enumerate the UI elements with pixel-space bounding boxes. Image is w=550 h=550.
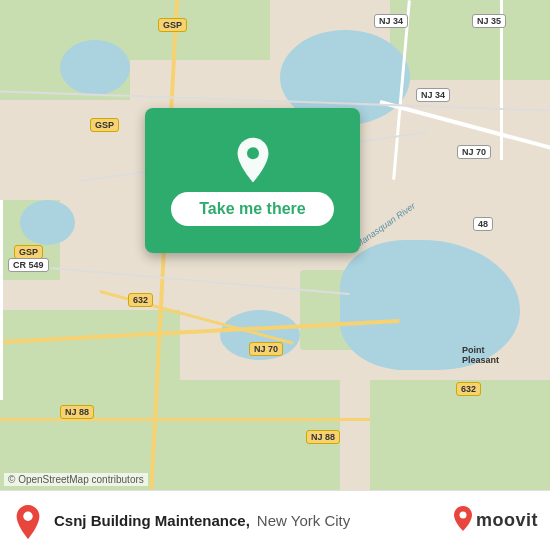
road-label-nj88-left: NJ 88	[60, 405, 94, 419]
green-area	[390, 0, 550, 80]
road-label-632-left: 632	[128, 293, 153, 307]
svg-point-0	[247, 147, 259, 159]
svg-point-1	[23, 511, 32, 520]
point-pleasant-label: PointPleasant	[462, 345, 499, 365]
bottom-text: Csnj Building Maintenance, New York City	[54, 512, 442, 529]
place-name-text: Csnj Building Maintenance,	[54, 512, 250, 529]
moovit-pin-icon	[452, 505, 474, 536]
road-label-cr549: CR 549	[8, 258, 49, 272]
water-body	[60, 40, 130, 95]
road-label-nj34-top: NJ 34	[374, 14, 408, 28]
road-label-gsp-mid: GSP	[90, 118, 119, 132]
take-me-there-button[interactable]: Take me there	[171, 192, 333, 226]
road-label-632-right: 632	[456, 382, 481, 396]
road-label-nj34-mid: NJ 34	[416, 88, 450, 102]
road-label-48: 48	[473, 217, 493, 231]
road-label-gsp-low: GSP	[14, 245, 43, 259]
road	[0, 200, 3, 400]
app: Manasquan River PointPleasant GSP GSP GS…	[0, 0, 550, 550]
moovit-text: moovit	[476, 510, 538, 531]
green-area	[370, 380, 550, 490]
road-label-nj35: NJ 35	[472, 14, 506, 28]
map-container[interactable]: Manasquan River PointPleasant GSP GSP GS…	[0, 0, 550, 490]
location-pin-icon	[229, 136, 277, 184]
svg-point-2	[459, 512, 466, 519]
road-label-nj70-low: NJ 70	[249, 342, 283, 356]
place-city-text: New York City	[257, 512, 350, 529]
map-card-overlay: Take me there	[145, 108, 360, 253]
place-name: Csnj Building Maintenance, New York City	[54, 512, 442, 529]
bottom-location-icon	[12, 503, 44, 539]
green-area	[130, 0, 270, 60]
bottom-bar: Csnj Building Maintenance, New York City…	[0, 490, 550, 550]
water-body	[20, 200, 75, 245]
road-label-nj88-right: NJ 88	[306, 430, 340, 444]
road-label-nj70-right: NJ 70	[457, 145, 491, 159]
road	[0, 418, 370, 421]
map-copyright: © OpenStreetMap contributors	[4, 473, 148, 486]
moovit-logo: moovit	[452, 505, 538, 536]
road-label-gsp-top: GSP	[158, 18, 187, 32]
